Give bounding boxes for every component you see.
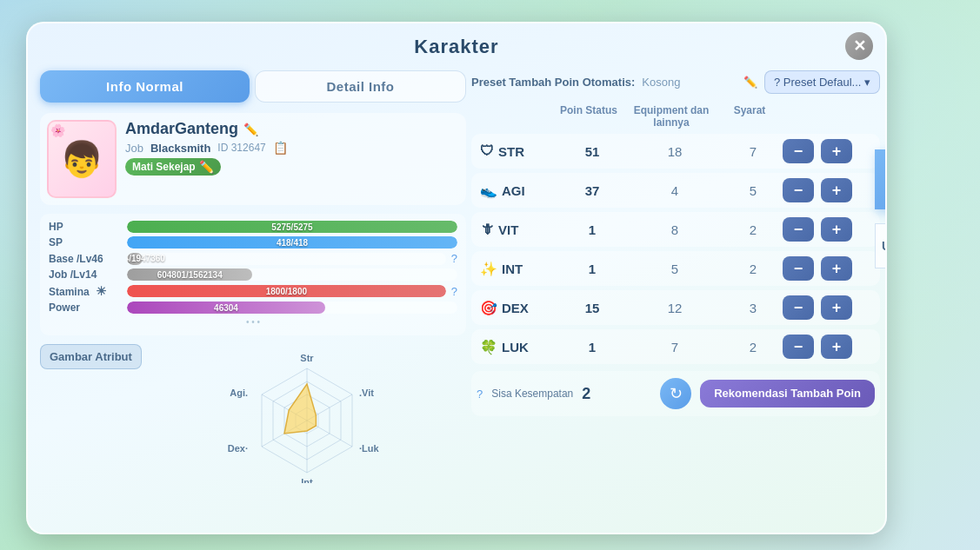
luk-poin: 1 (562, 340, 623, 355)
sisa-count: 2 (582, 385, 590, 403)
stat-bar-base: 99784/1947360 (127, 253, 143, 265)
stat-row-hp: HP 5275/5275 (49, 221, 457, 233)
attribute-section: Gambar Atribut (40, 344, 466, 483)
str-minus-button[interactable]: − (783, 139, 814, 163)
dex-icon: 🎯 (480, 300, 497, 316)
int-poin: 1 (562, 262, 623, 276)
sisa-help-icon[interactable]: ? (477, 388, 483, 401)
stat-bar-stamina-container: 1800/1800 (127, 285, 446, 297)
stat-bar-job: 604801/1562134 (127, 268, 252, 281)
sisa-label: Sisa Kesempatan (491, 388, 573, 400)
tab-info-normal[interactable]: Info Normal (40, 70, 250, 103)
preset-label: Preset Tambah Poin Otomatis: (471, 76, 635, 89)
edit-title-icon[interactable]: ✏️ (199, 160, 214, 174)
agi-plus-button[interactable]: + (821, 178, 852, 202)
dex-syarat: 3 (727, 301, 779, 315)
stat-label-sp: SP (49, 236, 127, 248)
str-poin: 51 (562, 144, 623, 159)
edit-name-icon[interactable]: ✏️ (243, 123, 258, 136)
copy-id-icon[interactable]: 📋 (273, 141, 288, 155)
tab-detail-info[interactable]: Detail Info (255, 70, 466, 103)
karakter-label: Karakter (885, 181, 887, 195)
char-job-row: Job Blacksmith ID 312647 📋 (125, 141, 459, 155)
dots-divider: • • • (49, 317, 457, 327)
int-minus-button[interactable]: − (783, 256, 814, 281)
luk-icon: 🍀 (480, 339, 497, 355)
stats-table-header: Poin Status Equipment dan lainnya Syarat (471, 104, 880, 134)
stat-row-dex: 🎯 DEX 15 12 3 − + (471, 290, 880, 325)
radar-svg: Str .Vit ·Luk Int Dex· Agi. (203, 344, 411, 483)
int-icon: ✨ (480, 261, 497, 277)
luk-equip: 7 (623, 340, 727, 355)
luk-syarat: 2 (727, 340, 779, 355)
char-id: ID 312647 (217, 142, 265, 154)
vit-syarat: 2 (727, 222, 779, 237)
int-syarat: 2 (727, 262, 779, 276)
character-info: 🌸 👦 AmdarGanteng ✏️ Job Blacksmith ID 31… (40, 113, 466, 205)
refresh-button[interactable]: ↻ (660, 378, 691, 409)
stat-row-sp: SP 418/418 (49, 236, 457, 248)
preset-row: Preset Tambah Poin Otomatis: Kosong ✏️ ?… (471, 70, 880, 94)
luk-plus-button[interactable]: + (821, 335, 852, 359)
rekomendasi-button[interactable]: Rekomendasi Tambah Poin (700, 380, 875, 408)
luk-minus-button[interactable]: − (783, 335, 814, 359)
vit-poin: 1 (562, 222, 623, 237)
character-details: AmdarGanteng ✏️ Job Blacksmith ID 312647… (125, 120, 459, 176)
int-label: INT (502, 262, 523, 276)
agi-icon: 👟 (480, 182, 497, 199)
stat-bar-stamina: 1800/1800 (127, 285, 446, 297)
vit-icon: 🗡 (480, 222, 494, 237)
left-panel: Info Normal Detail Info 🌸 👦 AmdarGanteng… (40, 70, 466, 527)
close-button[interactable]: ✕ (845, 32, 873, 60)
luk-label: LUK (502, 340, 529, 355)
agi-minus-button[interactable]: − (783, 178, 814, 202)
stat-bar-hp-container: 5275/5275 (127, 221, 457, 233)
base-help-icon[interactable]: ? (451, 252, 457, 265)
stat-name-agi: 👟 AGI (475, 182, 562, 199)
agi-label: AGI (502, 183, 525, 198)
stat-bar-base-container: 99784/1947360 (127, 253, 446, 265)
avatar-emoji: 👦 (60, 139, 103, 180)
right-panel: Preset Tambah Poin Otomatis: Kosong ✏️ ?… (471, 70, 880, 527)
int-plus-button[interactable]: + (821, 256, 852, 281)
side-ubah-job-button[interactable]: Ubah Job (875, 223, 887, 268)
dex-minus-button[interactable]: − (783, 295, 814, 320)
stat-row-power: Power 46304 (49, 302, 457, 314)
vit-minus-button[interactable]: − (783, 217, 814, 242)
dex-poin: 15 (562, 301, 623, 315)
preset-edit-icon[interactable]: ✏️ (743, 76, 757, 89)
svg-text:·Luk: ·Luk (359, 443, 379, 454)
str-plus-button[interactable]: + (821, 139, 852, 163)
header-stat (471, 104, 558, 129)
str-icon: 🛡 (480, 143, 494, 159)
stat-name-vit: 🗡 VIT (475, 222, 562, 237)
svg-text:Dex·: Dex· (228, 443, 248, 454)
radar-chart: Str .Vit ·Luk Int Dex· Agi. (149, 344, 466, 483)
str-label: STR (498, 144, 524, 159)
sun-icon: ☀ (96, 284, 107, 298)
job-value: Blacksmith (150, 142, 210, 155)
stat-bar-power: 46304 (127, 302, 325, 314)
char-name-row: AmdarGanteng ✏️ (125, 120, 459, 138)
stat-label-stamina: Stamina ☀ (49, 284, 127, 298)
header-plus (814, 104, 852, 129)
dex-equip: 12 (623, 301, 727, 315)
stat-row-str: 🛡 STR 51 18 7 − + (471, 134, 880, 169)
vit-plus-button[interactable]: + (821, 217, 852, 242)
stat-bar-sp: 418/418 (127, 236, 457, 248)
side-karakter-button[interactable]: ✦ Karakter (875, 149, 887, 209)
stamina-help-icon[interactable]: ? (451, 285, 457, 298)
preset-default-button[interactable]: ? Preset Defaul... ▾ (764, 70, 880, 94)
stat-label-power: Power (49, 302, 127, 314)
header-syarat: Syarat (723, 104, 776, 129)
dex-plus-button[interactable]: + (821, 295, 852, 320)
stat-row-agi: 👟 AGI 37 4 5 − + (471, 173, 880, 208)
stat-row-vit: 🗡 VIT 1 8 2 − + (471, 212, 880, 247)
header-minus (776, 104, 814, 129)
main-modal: Karakter ✕ Info Normal Detail Info 🌸 👦 A… (26, 22, 887, 534)
modal-title: Karakter (28, 23, 885, 65)
stat-row-stamina: Stamina ☀ 1800/1800 ? (49, 284, 457, 298)
stat-label-base: Base /Lv46 (49, 253, 127, 265)
tab-bar: Info Normal Detail Info (40, 70, 466, 103)
stat-bar-hp: 5275/5275 (127, 221, 457, 233)
